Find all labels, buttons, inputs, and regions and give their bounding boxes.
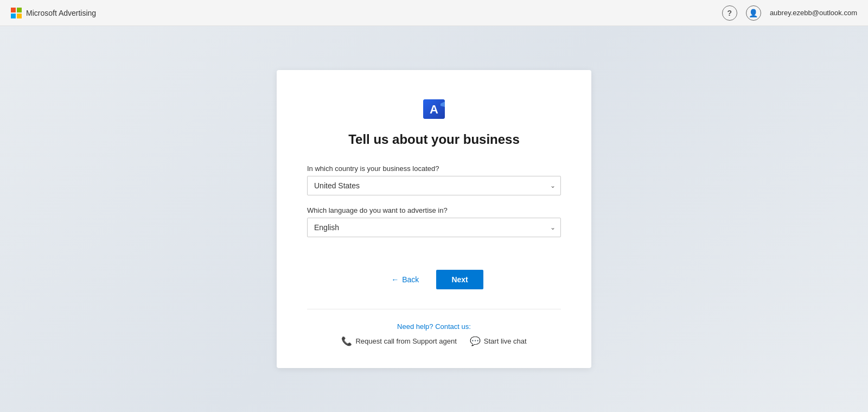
language-select[interactable]: English Spanish French German Chinese (S… [307, 218, 561, 237]
next-button[interactable]: Next [436, 270, 483, 289]
question-mark-icon: ? [727, 9, 732, 17]
main-content: A Tell us about your business In which c… [0, 26, 868, 412]
support-call-label: Request call from Support agent [355, 337, 456, 345]
country-select[interactable]: United States United Kingdom Canada Aust… [307, 176, 561, 195]
help-icon-button[interactable]: ? [722, 5, 737, 21]
help-section: Need help? Contact us: 📞 Request call fr… [341, 322, 526, 346]
live-chat-label: Start live chat [484, 337, 527, 345]
back-button[interactable]: ← Back [385, 271, 425, 288]
navigation-buttons: ← Back Next [307, 270, 561, 289]
back-arrow-icon: ← [391, 275, 399, 284]
help-links: 📞 Request call from Support agent 💬 Star… [341, 336, 526, 346]
live-chat-link[interactable]: 💬 Start live chat [470, 336, 527, 346]
business-form: In which country is your business locate… [307, 164, 561, 248]
language-label: Which language do you want to advertise … [307, 206, 561, 214]
user-icon-button[interactable]: 👤 [746, 5, 761, 21]
back-label: Back [402, 275, 419, 284]
svg-text:A: A [430, 103, 438, 116]
ms-advertising-logo-icon: A [421, 96, 447, 122]
help-text: Need help? Contact us: [397, 322, 471, 331]
top-header: Microsoft Advertising ? 👤 aubrey.ezebb@o… [0, 0, 868, 26]
country-select-wrapper: United States United Kingdom Canada Aust… [307, 176, 561, 195]
business-info-card: A Tell us about your business In which c… [277, 70, 591, 368]
card-title: Tell us about your business [348, 132, 520, 147]
microsoft-grid-icon [11, 8, 22, 18]
brand-section: Microsoft Advertising [11, 8, 96, 18]
header-actions: ? 👤 aubrey.ezebb@outlook.com [722, 5, 857, 21]
country-label: In which country is your business locate… [307, 164, 561, 173]
brand-name: Microsoft Advertising [26, 9, 96, 17]
chat-icon: 💬 [470, 336, 481, 346]
person-icon: 👤 [749, 9, 758, 17]
section-divider [307, 309, 561, 309]
language-select-wrapper: English Spanish French German Chinese (S… [307, 218, 561, 237]
request-call-link[interactable]: 📞 Request call from Support agent [341, 336, 456, 346]
phone-support-icon: 📞 [341, 336, 352, 346]
user-email: aubrey.ezebb@outlook.com [770, 9, 857, 17]
